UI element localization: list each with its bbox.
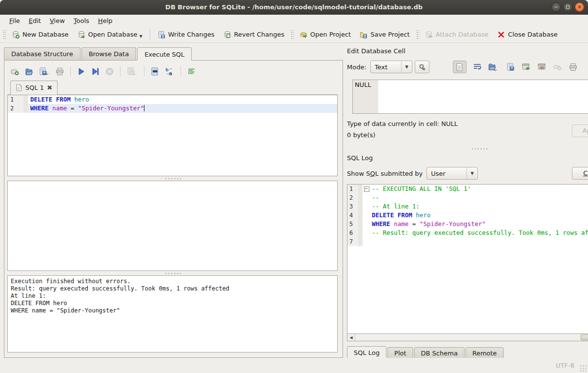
maximize-icon [566, 5, 569, 9]
code-line: 3-- At line 1: [347, 202, 588, 211]
open-database-button[interactable]: Open Database ▼ [73, 28, 147, 41]
results-message-splitter[interactable] [7, 271, 338, 275]
dock-splitter[interactable] [347, 145, 588, 152]
tab-plot[interactable]: Plot [387, 347, 413, 358]
open-database-icon [78, 31, 85, 39]
app-window: DB Browser for SQLite - /home/user/code/… [0, 0, 588, 373]
find-replace-button[interactable]: ba [164, 67, 175, 76]
menu-view[interactable]: View [45, 16, 69, 26]
sql-editor[interactable]: 1DELETE FROM hero2WHERE name = "Spider-Y… [7, 95, 338, 176]
sql-log-filter-combobox[interactable]: User ▼ [426, 167, 478, 180]
open-project-label: Open Project [310, 31, 351, 38]
toolbar-drag-handle[interactable] [416, 29, 419, 40]
text-mode-toggle-button[interactable] [453, 61, 466, 73]
link-url-button[interactable] [537, 63, 547, 71]
left-pane: Database Structure Browse Data Execute S… [0, 43, 343, 358]
clear-log-button[interactable]: Clear [572, 167, 588, 180]
fold-margin [363, 202, 370, 211]
scrollbar-thumb[interactable] [581, 334, 588, 340]
menu-file[interactable]: File [5, 16, 24, 26]
open-sql-file-button[interactable] [24, 67, 34, 76]
toolbar-separator [150, 29, 150, 40]
execution-message: Execution finished without errors.Result… [7, 275, 338, 352]
minimize-button[interactable]: − [551, 2, 561, 12]
statusbar: UTF-8 [0, 358, 588, 373]
toolbar-drag-handle[interactable] [2, 29, 6, 40]
print-button[interactable] [55, 67, 64, 76]
toolbar-separator [120, 66, 121, 76]
svg-text:a: a [169, 71, 172, 76]
fold-collapse-icon[interactable] [363, 185, 370, 193]
new-database-label: New Database [22, 31, 69, 38]
apply-button: Apply [572, 124, 588, 137]
sql-toolbar: ba [7, 63, 338, 78]
find-button[interactable] [150, 67, 160, 76]
attach-database-icon [425, 31, 433, 39]
export-cell-data-button[interactable] [506, 62, 515, 72]
sql-1-tab[interactable]: SQL 1 ✖ [10, 81, 58, 95]
toolbar-drag-handle[interactable] [290, 29, 294, 40]
code-line: 5WHERE name = "Spider-Youngster" [347, 220, 588, 228]
execute-sql-page: ba SQL 1 ✖ 1DELETE [4, 60, 343, 358]
sql-tab-bar: SQL 1 ✖ [7, 80, 338, 95]
tab-database-structure[interactable]: Database Structure [4, 47, 81, 60]
word-wrap-button[interactable] [473, 63, 482, 71]
cell-value-editor[interactable]: NULL [352, 80, 588, 114]
tab-browse-data[interactable]: Browse Data [81, 47, 137, 60]
edit-cell-dock-titlebar: Edit Database Cell ✕ [347, 46, 588, 56]
set-null-button [553, 63, 562, 71]
menu-tools[interactable]: Tools [69, 16, 94, 26]
tab-execute-sql[interactable]: Execute SQL [137, 47, 192, 61]
open-project-button[interactable]: Open Project [295, 28, 355, 41]
cell-type-info: Type of data currently in cell: NULL [347, 120, 572, 131]
format-sql-button[interactable] [187, 67, 196, 76]
save-project-button[interactable]: Save Project [355, 28, 414, 41]
execute-sql-button[interactable] [77, 67, 86, 76]
tab-db-schema[interactable]: DB Schema [414, 347, 465, 358]
print-cell-button[interactable] [568, 62, 578, 72]
code-line: 2WHERE name = "Spider-Youngster" [8, 104, 337, 113]
new-sql-tab-button[interactable] [10, 67, 20, 76]
close-sql-tab-icon[interactable]: ✖ [47, 84, 52, 91]
execute-current-line-button[interactable] [91, 67, 100, 76]
maximize-button[interactable] [563, 2, 572, 12]
scroll-left-arrow-icon[interactable]: ◀ [347, 334, 355, 341]
open-in-external-button[interactable] [522, 63, 531, 71]
sql-log-view[interactable]: 1-- EXECUTING ALL IN 'SQL 1'2--3-- At li… [347, 184, 588, 333]
toolbar-separator [181, 66, 181, 76]
sql-log-horizontal-scrollbar[interactable]: ◀ ▶ [347, 333, 588, 341]
tab-remote[interactable]: Remote [466, 347, 504, 358]
scrollbar-track[interactable] [355, 334, 588, 341]
open-database-dropdown-arrow[interactable]: ▼ [139, 34, 142, 39]
code-line: 6-- Result: query executed successfully.… [347, 228, 588, 237]
sql-log-dock-titlebar: SQL Log ✕ [347, 153, 588, 163]
mode-combobox[interactable]: Text ▼ [370, 61, 412, 73]
splitter-handle-icon [164, 178, 181, 180]
editor-results-splitter[interactable] [7, 176, 338, 181]
mode-combobox-value: Text [375, 63, 387, 71]
write-changes-button[interactable]: Write Changes [153, 28, 219, 41]
code-line: 1DELETE FROM hero [8, 95, 337, 104]
import-cell-data-button[interactable] [488, 62, 500, 72]
results-grid[interactable] [7, 181, 338, 271]
toolbar-separator [70, 66, 71, 76]
revert-changes-label: Revert Changes [234, 31, 284, 38]
close-window-button[interactable]: ✕ [575, 2, 584, 12]
new-database-button[interactable]: New Database [7, 28, 73, 41]
attach-database-button: Attach Database [421, 28, 493, 41]
menu-help[interactable]: Help [94, 16, 117, 26]
menu-edit[interactable]: Edit [24, 16, 45, 26]
window-title: DB Browser for SQLite - /home/user/code/… [0, 3, 588, 11]
cell-size-info: 0 byte(s) [347, 131, 572, 143]
toolbar-separator [144, 66, 144, 76]
auto-apply-button[interactable] [415, 61, 429, 73]
fold-margin [363, 193, 370, 202]
resize-grip-icon[interactable] [580, 365, 587, 372]
tab-sql-log[interactable]: SQL Log [347, 346, 386, 358]
save-project-label: Save Project [370, 31, 410, 38]
close-database-button[interactable]: Close Database [493, 28, 562, 41]
svg-text:b: b [165, 67, 169, 72]
fold-margin [363, 220, 370, 228]
save-sql-file-button[interactable] [39, 67, 50, 76]
revert-changes-button[interactable]: Revert Changes [219, 28, 289, 41]
